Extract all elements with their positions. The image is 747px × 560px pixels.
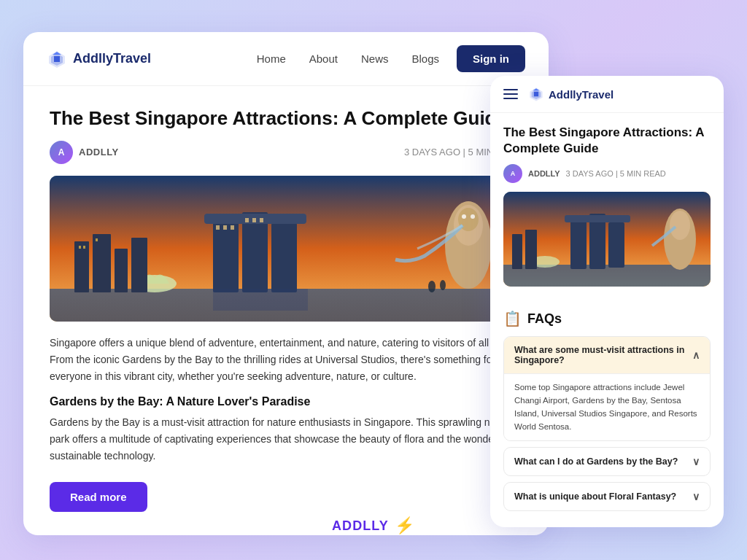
article-content: The Best Singapore Attractions: A Comple… <box>23 86 549 535</box>
mobile-navbar: AddllyTravel <box>490 76 724 113</box>
nav-home[interactable]: Home <box>257 52 286 65</box>
svg-rect-45 <box>512 234 522 269</box>
faq-question-2-text: What can I do at Gardens by the Bay? <box>514 456 678 467</box>
svg-rect-23 <box>93 234 111 292</box>
svg-rect-40 <box>608 222 624 268</box>
faq-chevron-2-icon: ∨ <box>692 456 700 467</box>
svg-rect-28 <box>96 238 98 241</box>
faqs-section: 📋 FAQs What are some must-visit attracti… <box>490 310 724 527</box>
svg-rect-11 <box>223 225 227 230</box>
svg-rect-13 <box>245 218 249 222</box>
article-body-1: Singapore offers a unique blend of adven… <box>50 335 522 385</box>
mobile-article-date: 3 DAYS AGO | 5 MIN READ <box>566 169 666 178</box>
svg-rect-26 <box>79 246 81 249</box>
mobile-article-meta: A ADDLLY 3 DAYS AGO | 5 MIN READ <box>503 164 711 183</box>
bottom-brand: ADDLLY ⚡ <box>332 516 415 535</box>
hamburger-menu[interactable] <box>503 89 518 99</box>
svg-rect-22 <box>74 241 89 292</box>
logo-text: AddllyTravel <box>73 51 151 66</box>
author-name: ADDLLY <box>79 147 119 158</box>
nav-links: Home About News Blogs <box>257 52 439 66</box>
svg-point-31 <box>440 280 446 290</box>
svg-rect-46 <box>525 230 537 269</box>
faq-question-3-text: What is unique about Floral Fantasy? <box>514 491 676 502</box>
svg-rect-41 <box>565 215 630 222</box>
svg-rect-15 <box>260 218 263 222</box>
hero-image <box>50 176 522 322</box>
svg-rect-10 <box>216 225 220 230</box>
mobile-article: The Best Singapore Attractions: A Comple… <box>490 113 724 310</box>
faqs-header: 📋 FAQs <box>503 310 711 327</box>
mobile-article-title: The Best Singapore Attractions: A Comple… <box>503 125 711 157</box>
article-body-2: Gardens by the Bay is a must-visit attra… <box>50 414 522 464</box>
svg-rect-7 <box>242 212 268 292</box>
navbar: AddllyTravel Home About News Blogs Sign … <box>23 32 549 86</box>
mobile-card: AddllyTravel The Best Singapore Attracti… <box>490 76 724 527</box>
logo[interactable]: AddllyTravel <box>47 49 151 69</box>
svg-rect-8 <box>271 223 297 292</box>
faq-question-2[interactable]: What can I do at Gardens by the Bay? ∨ <box>504 448 710 475</box>
faq-answer-1: Some top Singapore attractions include J… <box>504 373 710 440</box>
faq-item-3: What is unique about Floral Fantasy? ∨ <box>503 482 711 511</box>
faqs-title: FAQs <box>527 311 562 327</box>
nav-blogs[interactable]: Blogs <box>411 52 439 65</box>
faq-item-2: What can I do at Gardens by the Bay? ∨ <box>503 447 711 476</box>
svg-rect-12 <box>231 225 234 230</box>
svg-rect-25 <box>131 238 147 292</box>
faq-question-1-text: What are some must-visit attractions in … <box>514 345 692 365</box>
svg-rect-38 <box>570 219 587 269</box>
bottom-brand-text: ADDLLY <box>332 518 389 534</box>
article-title: The Best Singapore Attractions: A Comple… <box>50 106 522 131</box>
svg-point-43 <box>670 211 690 240</box>
nav-about[interactable]: About <box>309 52 338 65</box>
svg-point-20 <box>471 214 475 219</box>
svg-rect-14 <box>252 218 256 222</box>
mobile-logo-text: AddllyTravel <box>549 88 614 101</box>
read-more-button[interactable]: Read more <box>50 482 147 512</box>
svg-point-30 <box>428 281 436 292</box>
desktop-card: AddllyTravel Home About News Blogs Sign … <box>23 32 549 535</box>
faq-item-1: What are some must-visit attractions in … <box>503 336 711 441</box>
author-info: A ADDLLY <box>50 141 119 164</box>
svg-marker-2 <box>54 56 60 62</box>
article-meta: A ADDLLY 3 DAYS AGO | 5 MIN READ <box>50 141 522 164</box>
nav-news[interactable]: News <box>361 52 389 65</box>
faq-question-1[interactable]: What are some must-visit attractions in … <box>504 337 710 373</box>
mobile-author-name: ADDLLY <box>528 169 560 178</box>
faq-chevron-1-icon: ∧ <box>692 349 700 361</box>
mobile-hero-image <box>503 192 711 287</box>
faq-question-3[interactable]: What is unique about Floral Fantasy? ∨ <box>504 483 710 510</box>
svg-marker-34 <box>534 92 538 96</box>
svg-rect-29 <box>213 289 308 311</box>
svg-rect-24 <box>115 249 128 292</box>
sign-in-button[interactable]: Sign in <box>457 45 525 72</box>
mobile-logo[interactable]: AddllyTravel <box>528 86 614 102</box>
bottom-brand-icon: ⚡ <box>395 516 415 535</box>
faq-chevron-3-icon: ∨ <box>692 491 700 502</box>
section-heading: Gardens by the Bay: A Nature Lover's Par… <box>50 395 522 408</box>
svg-rect-27 <box>83 246 85 249</box>
svg-rect-6 <box>213 219 239 292</box>
mobile-author-avatar: A <box>503 164 522 183</box>
svg-point-19 <box>462 214 466 219</box>
author-avatar: A <box>50 141 73 164</box>
